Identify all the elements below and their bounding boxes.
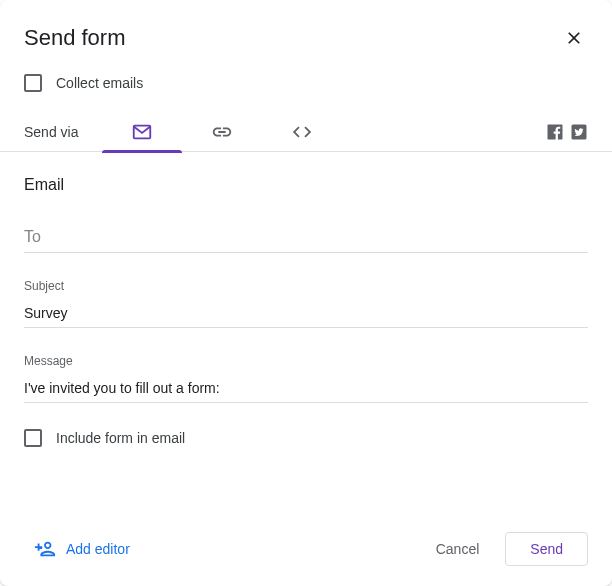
collect-emails-row: Collect emails — [0, 74, 612, 92]
subject-input[interactable] — [24, 299, 588, 328]
section-title: Email — [24, 176, 588, 194]
twitter-button[interactable] — [570, 123, 588, 141]
dialog-footer: Add editor Cancel Send — [0, 516, 612, 586]
add-editor-label: Add editor — [66, 541, 130, 557]
message-input[interactable] — [24, 374, 588, 403]
cancel-button[interactable]: Cancel — [418, 533, 498, 565]
message-label: Message — [24, 354, 588, 368]
tab-link[interactable] — [182, 112, 262, 152]
subject-label: Subject — [24, 279, 588, 293]
to-field — [24, 222, 588, 253]
add-editor-button[interactable]: Add editor — [24, 530, 140, 568]
close-button[interactable] — [560, 24, 588, 52]
collect-emails-label: Collect emails — [56, 75, 143, 91]
message-field: Message — [24, 354, 588, 403]
send-form-dialog: Send form Collect emails Send via — [0, 0, 612, 586]
collect-emails-checkbox[interactable] — [24, 74, 42, 92]
mail-icon — [131, 121, 153, 143]
social-share — [546, 123, 588, 141]
subject-field: Subject — [24, 279, 588, 328]
include-form-row: Include form in email — [24, 429, 588, 447]
facebook-icon — [546, 123, 564, 141]
twitter-icon — [570, 123, 588, 141]
send-via-label: Send via — [24, 124, 78, 140]
send-button[interactable]: Send — [505, 532, 588, 566]
send-via-tabs: Send via — [0, 112, 612, 152]
email-content: Email Subject Message Include form in em… — [0, 152, 612, 447]
dialog-header: Send form — [0, 24, 612, 52]
close-icon — [564, 28, 584, 48]
include-form-label: Include form in email — [56, 430, 185, 446]
include-form-checkbox[interactable] — [24, 429, 42, 447]
tab-email[interactable] — [102, 112, 182, 152]
to-input[interactable] — [24, 222, 588, 253]
dialog-title: Send form — [24, 25, 126, 51]
tab-embed[interactable] — [262, 112, 342, 152]
link-icon — [211, 121, 233, 143]
embed-icon — [291, 121, 313, 143]
person-add-icon — [34, 538, 56, 560]
facebook-button[interactable] — [546, 123, 564, 141]
